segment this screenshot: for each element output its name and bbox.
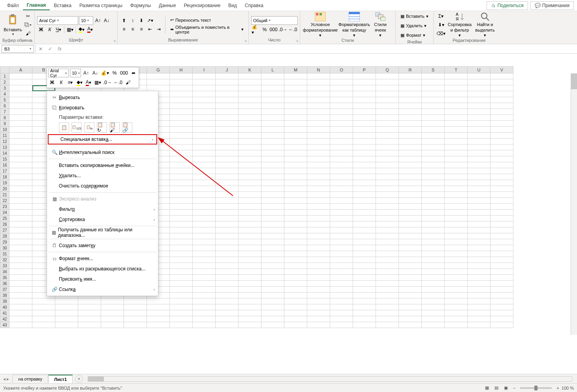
cell[interactable] bbox=[445, 245, 468, 251]
cell[interactable] bbox=[261, 73, 284, 79]
cell[interactable] bbox=[9, 168, 32, 174]
cell[interactable] bbox=[193, 304, 216, 310]
cell[interactable] bbox=[147, 316, 170, 322]
cell[interactable] bbox=[261, 97, 284, 103]
cell[interactable] bbox=[307, 245, 330, 251]
comma-button[interactable]: 000 bbox=[269, 26, 278, 34]
cut-button[interactable]: ✂ bbox=[24, 12, 32, 20]
cell[interactable] bbox=[261, 168, 284, 174]
cell[interactable] bbox=[78, 310, 101, 316]
cell[interactable] bbox=[399, 150, 422, 156]
clipboard-launcher[interactable]: ↘ bbox=[30, 39, 33, 43]
cell[interactable] bbox=[261, 304, 284, 310]
cell[interactable] bbox=[216, 186, 239, 192]
cell[interactable] bbox=[468, 91, 491, 97]
cell[interactable] bbox=[239, 275, 261, 281]
cell[interactable] bbox=[353, 198, 376, 204]
cell[interactable] bbox=[9, 310, 32, 316]
cell[interactable] bbox=[284, 281, 307, 287]
cell[interactable] bbox=[261, 281, 284, 287]
cell[interactable] bbox=[376, 186, 399, 192]
cell-styles-button[interactable]: Стили ячеек▾ bbox=[370, 12, 390, 38]
cell[interactable] bbox=[193, 144, 216, 150]
ctx-smart-lookup[interactable]: 🔍Интеллектуальный поиск bbox=[47, 147, 158, 158]
font-name-combo[interactable]: Arial Cyr bbox=[37, 16, 78, 25]
ctx-sort[interactable]: Сортировка› bbox=[47, 214, 158, 225]
cell[interactable] bbox=[491, 198, 513, 204]
cell[interactable] bbox=[261, 180, 284, 186]
cell[interactable] bbox=[399, 233, 422, 239]
row-header[interactable]: 25 bbox=[0, 216, 9, 221]
cell[interactable] bbox=[399, 227, 422, 233]
cell[interactable] bbox=[422, 79, 445, 85]
cell[interactable] bbox=[399, 263, 422, 269]
cell[interactable] bbox=[170, 162, 193, 168]
cell[interactable] bbox=[399, 322, 422, 328]
cell[interactable] bbox=[399, 269, 422, 275]
view-page-break[interactable]: ▣ bbox=[501, 384, 511, 392]
cell[interactable] bbox=[216, 144, 239, 150]
cell[interactable] bbox=[55, 304, 78, 310]
cell[interactable] bbox=[307, 316, 330, 322]
ctx-clear[interactable]: Очистить содержимое bbox=[47, 181, 158, 191]
cell[interactable] bbox=[9, 216, 32, 221]
ctx-filter[interactable]: Фильтр› bbox=[47, 204, 158, 214]
cell[interactable] bbox=[261, 115, 284, 121]
cell[interactable] bbox=[399, 310, 422, 316]
cell[interactable] bbox=[376, 257, 399, 263]
vscroll-thumb[interactable] bbox=[571, 73, 577, 89]
inc-decimal-button[interactable]: .0→ bbox=[278, 26, 288, 34]
font-color-button[interactable]: A▾ bbox=[86, 26, 94, 34]
mini-painter[interactable]: 🖌 bbox=[124, 79, 132, 86]
cell[interactable] bbox=[170, 316, 193, 322]
cell[interactable] bbox=[170, 121, 193, 127]
cell[interactable] bbox=[307, 269, 330, 275]
cell[interactable] bbox=[353, 227, 376, 233]
cell[interactable] bbox=[147, 85, 170, 91]
cell[interactable] bbox=[491, 174, 513, 180]
cell[interactable] bbox=[216, 162, 239, 168]
cell[interactable] bbox=[399, 251, 422, 257]
cell[interactable] bbox=[468, 198, 491, 204]
sort-filter-button[interactable]: AЯСортировка и фильтр▾ bbox=[447, 12, 473, 38]
row-header[interactable]: 26 bbox=[0, 221, 9, 227]
cell[interactable] bbox=[491, 115, 513, 121]
merge-center-button[interactable]: ⬌Объединить и поместить в центре▾ bbox=[168, 25, 246, 34]
row-header[interactable]: 20 bbox=[0, 186, 9, 192]
tab-help[interactable]: Справка bbox=[241, 1, 267, 10]
cell[interactable] bbox=[491, 310, 513, 316]
cell[interactable] bbox=[170, 251, 193, 257]
cell[interactable] bbox=[193, 156, 216, 162]
cell[interactable] bbox=[239, 251, 261, 257]
cell[interactable] bbox=[261, 216, 284, 221]
cell[interactable] bbox=[239, 269, 261, 275]
cell[interactable] bbox=[468, 109, 491, 115]
cell[interactable] bbox=[9, 281, 32, 287]
col-header-V[interactable]: V bbox=[491, 66, 513, 73]
cell[interactable] bbox=[491, 85, 513, 91]
align-left-button[interactable]: ≡ bbox=[120, 25, 128, 33]
cell[interactable] bbox=[193, 127, 216, 133]
cell[interactable] bbox=[32, 310, 55, 316]
cell[interactable] bbox=[353, 174, 376, 180]
cell[interactable] bbox=[330, 168, 353, 174]
cell[interactable] bbox=[330, 139, 353, 144]
col-header-T[interactable]: T bbox=[445, 66, 468, 73]
cell[interactable] bbox=[239, 204, 261, 210]
cell[interactable] bbox=[491, 257, 513, 263]
paste-values[interactable]: 📋123 bbox=[71, 122, 82, 133]
cell[interactable] bbox=[422, 133, 445, 139]
cell[interactable] bbox=[353, 216, 376, 221]
cell[interactable] bbox=[284, 263, 307, 269]
cell[interactable] bbox=[376, 133, 399, 139]
cell[interactable] bbox=[193, 263, 216, 269]
cell[interactable] bbox=[261, 310, 284, 316]
cell[interactable] bbox=[445, 269, 468, 275]
cell[interactable] bbox=[101, 298, 124, 304]
cell[interactable] bbox=[216, 322, 239, 328]
cell[interactable] bbox=[261, 121, 284, 127]
cell[interactable] bbox=[170, 281, 193, 287]
tab-layout[interactable]: Разметка страницы bbox=[75, 1, 126, 10]
cell[interactable] bbox=[330, 156, 353, 162]
cell[interactable] bbox=[216, 269, 239, 275]
